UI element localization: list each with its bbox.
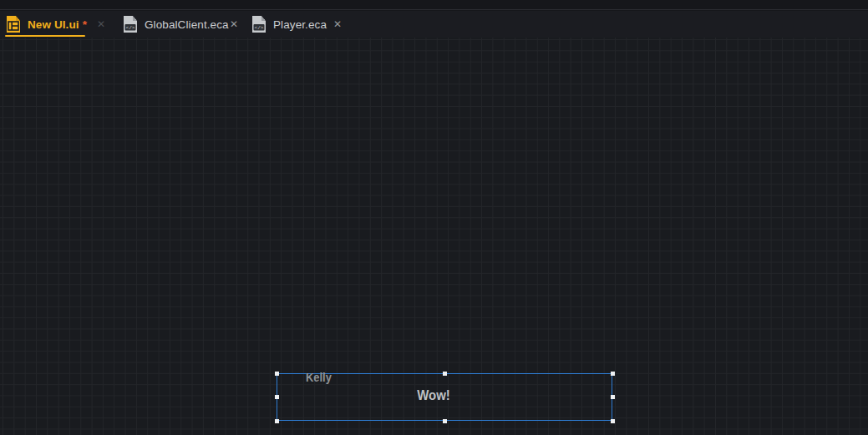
eca-script-file-icon: </> bbox=[122, 15, 139, 33]
resize-handle-w[interactable] bbox=[275, 395, 279, 399]
tab-player-eca[interactable]: </> Player.eca ✕ bbox=[246, 11, 347, 38]
unsaved-changes-marker: * bbox=[83, 18, 87, 31]
widget-name-label: Kelly bbox=[306, 370, 332, 384]
resize-handle-s[interactable] bbox=[443, 419, 447, 423]
svg-text:</>: </> bbox=[255, 25, 264, 31]
active-tab-underline bbox=[5, 35, 85, 37]
resize-handle-se[interactable] bbox=[611, 419, 615, 423]
resize-handle-nw[interactable] bbox=[275, 372, 279, 376]
selected-widget-kelly[interactable]: Kelly Wow! bbox=[277, 373, 612, 421]
resize-handle-e[interactable] bbox=[611, 395, 615, 399]
ui-file-icon bbox=[5, 15, 22, 33]
close-icon[interactable]: ✕ bbox=[230, 19, 238, 29]
resize-handle-sw[interactable] bbox=[275, 419, 279, 423]
tab-label: Player.eca bbox=[273, 18, 327, 31]
ui-designer-canvas[interactable]: Kelly Wow! bbox=[0, 38, 868, 435]
tab-label: GlobalClient.eca bbox=[145, 18, 229, 31]
resize-handle-n[interactable] bbox=[443, 372, 447, 376]
window-title-strip bbox=[0, 0, 868, 10]
tab-new-ui[interactable]: New UI.ui * ✕ bbox=[3, 11, 112, 38]
tab-globalclient-eca[interactable]: </> GlobalClient.eca ✕ bbox=[118, 11, 243, 38]
widget-text-label: Wow! bbox=[296, 387, 571, 404]
eca-script-file-icon: </> bbox=[251, 15, 267, 33]
close-icon[interactable]: ✕ bbox=[333, 19, 342, 29]
close-icon[interactable]: ✕ bbox=[97, 19, 105, 29]
tab-label: New UI.ui bbox=[28, 18, 79, 31]
editor-tab-bar: New UI.ui * ✕ </> GlobalClient.eca ✕ </>… bbox=[0, 11, 868, 38]
svg-text:</>: </> bbox=[126, 25, 135, 31]
resize-handle-ne[interactable] bbox=[611, 372, 615, 376]
